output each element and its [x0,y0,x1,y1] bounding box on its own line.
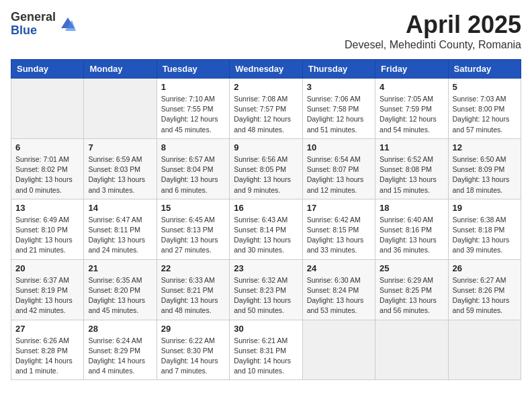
day-number: 27 [15,324,79,334]
calendar-empty-cell [11,79,84,139]
day-info: Sunrise: 7:01 AM Sunset: 8:02 PM Dayligh… [15,154,79,195]
day-number: 18 [380,203,443,213]
day-number: 25 [380,263,443,273]
day-number: 1 [161,82,225,92]
day-info: Sunrise: 6:50 AM Sunset: 8:09 PM Dayligh… [453,154,517,195]
day-number: 13 [15,203,79,213]
calendar-day-cell: 26Sunrise: 6:27 AM Sunset: 8:26 PM Dayli… [448,259,521,320]
day-info: Sunrise: 6:54 AM Sunset: 8:07 PM Dayligh… [307,154,371,195]
day-number: 15 [161,203,225,213]
calendar-week-row: 20Sunrise: 6:37 AM Sunset: 8:19 PM Dayli… [11,259,521,320]
day-number: 14 [88,203,152,213]
day-info: Sunrise: 7:06 AM Sunset: 7:58 PM Dayligh… [307,94,371,135]
location-subtitle: Devesel, Mehedinti County, Romania [345,39,521,51]
day-number: 6 [15,142,79,152]
calendar-day-cell: 12Sunrise: 6:50 AM Sunset: 8:09 PM Dayli… [448,138,521,199]
day-info: Sunrise: 7:03 AM Sunset: 8:00 PM Dayligh… [453,94,517,135]
calendar-day-cell: 23Sunrise: 6:32 AM Sunset: 8:23 PM Dayli… [230,259,302,320]
day-info: Sunrise: 6:42 AM Sunset: 8:15 PM Dayligh… [307,215,371,256]
weekday-header-monday: Monday [84,60,157,79]
calendar-day-cell: 15Sunrise: 6:45 AM Sunset: 8:13 PM Dayli… [157,199,229,259]
calendar-empty-cell [375,320,448,380]
weekday-header-row: SundayMondayTuesdayWednesdayThursdayFrid… [11,60,521,79]
day-number: 16 [234,203,298,213]
day-info: Sunrise: 6:49 AM Sunset: 8:10 PM Dayligh… [15,215,79,256]
logo-general-text: General [11,11,56,24]
calendar-day-cell: 3Sunrise: 7:06 AM Sunset: 7:58 PM Daylig… [302,79,375,139]
day-info: Sunrise: 6:33 AM Sunset: 8:21 PM Dayligh… [161,275,225,316]
day-number: 24 [307,263,371,273]
day-info: Sunrise: 6:24 AM Sunset: 8:29 PM Dayligh… [88,336,152,377]
day-number: 11 [380,142,443,152]
day-info: Sunrise: 6:26 AM Sunset: 8:28 PM Dayligh… [15,336,79,377]
calendar-day-cell: 27Sunrise: 6:26 AM Sunset: 8:28 PM Dayli… [11,320,84,380]
day-number: 5 [453,82,517,92]
day-info: Sunrise: 6:21 AM Sunset: 8:31 PM Dayligh… [234,336,298,377]
weekday-header-friday: Friday [375,60,448,79]
calendar-day-cell: 5Sunrise: 7:03 AM Sunset: 8:00 PM Daylig… [448,79,521,139]
weekday-header-thursday: Thursday [302,60,375,79]
day-info: Sunrise: 6:29 AM Sunset: 8:25 PM Dayligh… [380,275,443,316]
day-number: 29 [161,324,225,334]
calendar-day-cell: 19Sunrise: 6:38 AM Sunset: 8:18 PM Dayli… [448,199,521,259]
day-info: Sunrise: 6:45 AM Sunset: 8:13 PM Dayligh… [161,215,225,256]
calendar-day-cell: 13Sunrise: 6:49 AM Sunset: 8:10 PM Dayli… [11,199,84,259]
day-info: Sunrise: 6:59 AM Sunset: 8:03 PM Dayligh… [88,154,152,195]
day-number: 17 [307,203,371,213]
day-info: Sunrise: 6:30 AM Sunset: 8:24 PM Dayligh… [307,275,371,316]
calendar-day-cell: 20Sunrise: 6:37 AM Sunset: 8:19 PM Dayli… [11,259,84,320]
day-number: 12 [453,142,517,152]
day-info: Sunrise: 6:38 AM Sunset: 8:18 PM Dayligh… [453,215,517,256]
day-number: 2 [234,82,298,92]
calendar-week-row: 13Sunrise: 6:49 AM Sunset: 8:10 PM Dayli… [11,199,521,259]
day-number: 21 [88,263,152,273]
logo-icon [58,15,77,34]
calendar-day-cell: 25Sunrise: 6:29 AM Sunset: 8:25 PM Dayli… [375,259,448,320]
calendar-day-cell: 18Sunrise: 6:40 AM Sunset: 8:16 PM Dayli… [375,199,448,259]
day-number: 7 [88,142,152,152]
calendar-empty-cell [302,320,375,380]
day-number: 20 [15,263,79,273]
calendar-day-cell: 30Sunrise: 6:21 AM Sunset: 8:31 PM Dayli… [230,320,302,380]
day-info: Sunrise: 6:57 AM Sunset: 8:04 PM Dayligh… [161,154,225,195]
header: General Blue April 2025 Devesel, Mehedin… [11,11,521,51]
calendar-week-row: 27Sunrise: 6:26 AM Sunset: 8:28 PM Dayli… [11,320,521,380]
calendar-day-cell: 9Sunrise: 6:56 AM Sunset: 8:05 PM Daylig… [230,138,302,199]
day-number: 26 [453,263,517,273]
calendar-day-cell: 10Sunrise: 6:54 AM Sunset: 8:07 PM Dayli… [302,138,375,199]
day-number: 3 [307,82,371,92]
day-info: Sunrise: 6:35 AM Sunset: 8:20 PM Dayligh… [88,275,152,316]
day-info: Sunrise: 6:47 AM Sunset: 8:11 PM Dayligh… [88,215,152,256]
day-info: Sunrise: 7:05 AM Sunset: 7:59 PM Dayligh… [380,94,443,135]
logo-blue-text: Blue [11,24,56,38]
calendar-week-row: 1Sunrise: 7:10 AM Sunset: 7:55 PM Daylig… [11,79,521,139]
day-info: Sunrise: 6:37 AM Sunset: 8:19 PM Dayligh… [15,275,79,316]
day-number: 30 [234,324,298,334]
day-info: Sunrise: 6:32 AM Sunset: 8:23 PM Dayligh… [234,275,298,316]
calendar-week-row: 6Sunrise: 7:01 AM Sunset: 8:02 PM Daylig… [11,138,521,199]
day-info: Sunrise: 7:08 AM Sunset: 7:57 PM Dayligh… [234,94,298,135]
calendar-day-cell: 16Sunrise: 6:43 AM Sunset: 8:14 PM Dayli… [230,199,302,259]
calendar-day-cell: 29Sunrise: 6:22 AM Sunset: 8:30 PM Dayli… [157,320,229,380]
day-number: 4 [380,82,443,92]
calendar-table: SundayMondayTuesdayWednesdayThursdayFrid… [11,59,521,380]
day-info: Sunrise: 7:10 AM Sunset: 7:55 PM Dayligh… [161,94,225,135]
day-number: 22 [161,263,225,273]
calendar-day-cell: 4Sunrise: 7:05 AM Sunset: 7:59 PM Daylig… [375,79,448,139]
calendar-day-cell: 22Sunrise: 6:33 AM Sunset: 8:21 PM Dayli… [157,259,229,320]
day-info: Sunrise: 6:40 AM Sunset: 8:16 PM Dayligh… [380,215,443,256]
calendar-day-cell: 21Sunrise: 6:35 AM Sunset: 8:20 PM Dayli… [84,259,157,320]
calendar-empty-cell [84,79,157,139]
day-number: 10 [307,142,371,152]
day-number: 8 [161,142,225,152]
day-info: Sunrise: 6:27 AM Sunset: 8:26 PM Dayligh… [453,275,517,316]
weekday-header-saturday: Saturday [448,60,521,79]
calendar-day-cell: 6Sunrise: 7:01 AM Sunset: 8:02 PM Daylig… [11,138,84,199]
weekday-header-wednesday: Wednesday [230,60,302,79]
day-info: Sunrise: 6:56 AM Sunset: 8:05 PM Dayligh… [234,154,298,195]
weekday-header-sunday: Sunday [11,60,84,79]
day-info: Sunrise: 6:22 AM Sunset: 8:30 PM Dayligh… [161,336,225,377]
calendar-day-cell: 2Sunrise: 7:08 AM Sunset: 7:57 PM Daylig… [230,79,302,139]
day-number: 9 [234,142,298,152]
calendar-day-cell: 1Sunrise: 7:10 AM Sunset: 7:55 PM Daylig… [157,79,229,139]
